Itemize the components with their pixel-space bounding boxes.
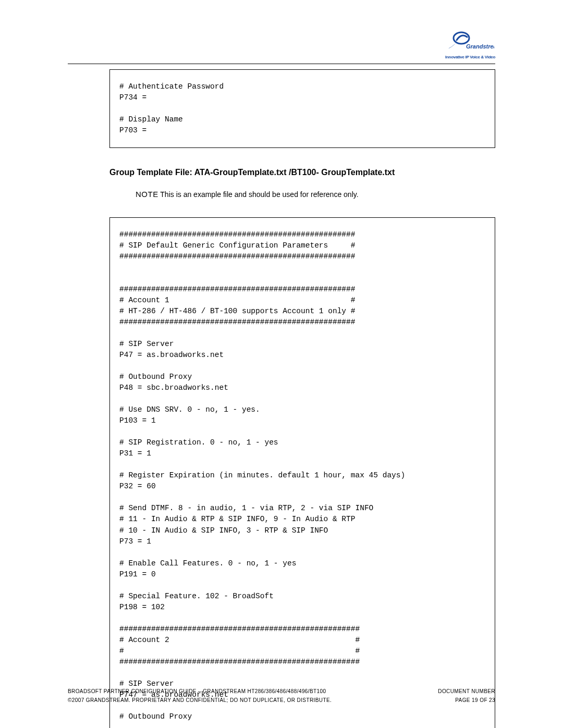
logo-area: Grandstream Innovative IP Voice & Video — [445, 29, 495, 59]
grandstream-logo-icon: Grandstream — [446, 29, 494, 52]
footer-copyright: ©2007 GRANDSTREAM. PROPRIETARY AND CONFI… — [68, 697, 332, 703]
config-code-block-2: ########################################… — [109, 217, 495, 728]
header-divider — [68, 64, 495, 64]
logo-brand-text: Grandstream — [466, 43, 494, 50]
config-code-block-1: # Authenticate Password P734 = # Display… — [109, 69, 495, 148]
svg-point-0 — [454, 32, 469, 44]
footer-row-2: ©2007 GRANDSTREAM. PROPRIETARY AND CONFI… — [68, 697, 495, 703]
note-text: This is an example file and should be us… — [158, 190, 359, 199]
footer-doc-number-label: DOCUMENT NUMBER — [438, 688, 495, 694]
note-line: NOTE This is an example file and should … — [136, 190, 495, 199]
footer-page-number: PAGE 19 OF 23 — [455, 697, 495, 703]
section-heading: Group Template File: ATA-GroupTemplate.t… — [109, 168, 495, 177]
footer-doc-title: BROADSOFT PARTNER CONFIGURATION GUIDE – … — [68, 688, 326, 694]
page-footer: BROADSOFT PARTNER CONFIGURATION GUIDE – … — [68, 688, 495, 706]
logo-tagline: Innovative IP Voice & Video — [445, 55, 495, 59]
footer-row-1: BROADSOFT PARTNER CONFIGURATION GUIDE – … — [68, 688, 495, 694]
note-label: NOTE — [136, 190, 158, 199]
